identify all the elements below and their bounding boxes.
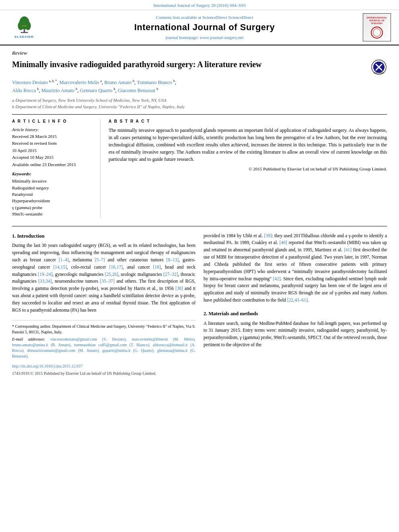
journal-citation-bar: International Journal of Surgery 28 (201… xyxy=(0,0,399,10)
body-col-left: 1. Introduction During the last 30 years… xyxy=(12,232,195,376)
materials-section: 2. Materials and methods A literature se… xyxy=(204,310,387,349)
affiliation-b: b Department of Clinical Medicine and Su… xyxy=(12,103,387,110)
journal-homepage: journal homepage: www.journal-surgery.ne… xyxy=(46,35,363,41)
intro-para1: During the last 30 years radioguided sur… xyxy=(12,242,195,314)
journal-header: ELSEVIER Contents lists available at Sci… xyxy=(0,10,399,45)
two-col-body: 1. Introduction During the last 30 years… xyxy=(12,232,387,376)
svg-rect-1 xyxy=(21,32,28,33)
intro-para2: provided in 1984 by Ubhi et al. [39]: th… xyxy=(204,232,387,304)
keyword-6: 99mTc-sestamibi xyxy=(12,211,96,217)
history-label: Article history: xyxy=(12,127,96,133)
crossmark-logo: CrossMark xyxy=(371,59,387,75)
article-title-section: Minimally invasive radioguided parathyro… xyxy=(12,59,387,75)
abstract-copyright: © 2015 Published by Elsevier Ltd on beha… xyxy=(109,166,387,172)
keyword-3: Parathyroid xyxy=(12,191,96,197)
keywords-label: Keywords: xyxy=(12,171,96,177)
intro-heading: 1. Introduction xyxy=(12,232,195,240)
affiliations: a Department of Surgery, New York Univer… xyxy=(12,97,387,110)
keywords-section: Keywords: Minimally invasive Radioguided… xyxy=(12,171,96,218)
footnote-corresponding: * Corresponding author. Department of Cl… xyxy=(12,324,195,335)
authors-line2: Aldo Rocca b, Maurizio Amato b, Gennaro … xyxy=(12,88,158,93)
article-info-col: A R T I C L E I N F O Article history: R… xyxy=(12,119,101,218)
authors-section: Vincenzo Desiato a, b, *, Marcovalerio M… xyxy=(12,78,387,94)
elsevier-label: ELSEVIER xyxy=(14,35,34,39)
available-date: Available online 23 December 2015 xyxy=(12,162,96,168)
article-info-abstract: A R T I C L E I N F O Article history: R… xyxy=(12,119,387,218)
received-revised-label: Received in revised form xyxy=(12,140,96,146)
journal-logo-text: INTERNATIONALJOURNAL OFSURGERY xyxy=(367,16,387,25)
doi-link[interactable]: http://dx.doi.org/10.1016/j.ijsu.2015.12… xyxy=(12,363,195,369)
divider-1 xyxy=(12,114,387,115)
main-body: 1. Introduction During the last 30 years… xyxy=(12,226,387,376)
keyword-2: Radioguided surgery xyxy=(12,185,96,191)
received-date: Received 28 March 2015 xyxy=(12,134,96,140)
article-info-label: A R T I C L E I N F O xyxy=(12,119,96,124)
authors-line1: Vincenzo Desiato a, b, *, Marcovalerio M… xyxy=(12,80,176,85)
affiliation-a: a Department of Surgery, New York Univer… xyxy=(12,97,387,104)
keyword-1: Minimally invasive xyxy=(12,178,96,184)
issn-text: 1743-9191/© 2015 Published by Elsevier L… xyxy=(12,370,195,376)
abstract-label: A B S T R A C T xyxy=(109,119,387,124)
footnote-email: E-mail addresses: vincenzodesiato@gmail.… xyxy=(12,337,195,359)
sciencedirect-text: Contents lists available at ScienceDirec… xyxy=(46,14,363,21)
journal-center: Contents lists available at ScienceDirec… xyxy=(46,14,363,41)
materials-para1: A literature search, using the Medline/P… xyxy=(204,320,387,349)
abstract-text: The minimally invasive approach to parat… xyxy=(109,127,387,163)
body-col-right: provided in 1984 by Ubhi et al. [39]: th… xyxy=(204,232,387,376)
received-revised-date: 10 April 2015 xyxy=(12,148,96,154)
article-type: Review xyxy=(12,49,387,57)
journal-title: International Journal of Surgery xyxy=(46,21,363,34)
materials-heading: 2. Materials and methods xyxy=(204,310,387,318)
content-wrapper: Review Minimally invasive radioguided pa… xyxy=(0,45,399,384)
elsevier-logo: ELSEVIER xyxy=(8,16,40,39)
abstract-col: A B S T R A C T The minimally invasive a… xyxy=(109,119,387,218)
keyword-5: γ (gamma) probe xyxy=(12,205,96,211)
accepted-date: Accepted 10 May 2015 xyxy=(12,154,96,160)
article-title: Minimally invasive radioguided parathyro… xyxy=(12,59,371,70)
journal-logo-right: INTERNATIONALJOURNAL OFSURGERY xyxy=(363,13,391,41)
keyword-4: Hyperparathyroidism xyxy=(12,198,96,204)
footnotes: * Corresponding author. Department of Cl… xyxy=(12,320,195,359)
journal-citation: International Journal of Surgery 28 (201… xyxy=(154,3,246,8)
svg-text:CrossMark: CrossMark xyxy=(374,72,384,74)
